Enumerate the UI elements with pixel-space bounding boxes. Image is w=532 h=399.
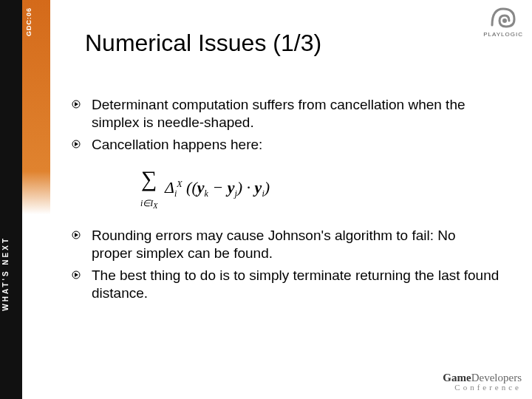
bullet-icon: [71, 100, 81, 109]
bullet-text: Rounding errors may cause Johnson's algo…: [92, 227, 499, 262]
bullet-icon: [71, 270, 81, 279]
playlogic-text: PLAYLOGIC: [483, 31, 523, 38]
bullet-item: Cancellation happens here:: [71, 136, 499, 154]
sidebar-gdc-label: GDC:06: [25, 7, 47, 36]
sidebar: WHAT'S NEXT GDC:06: [0, 0, 50, 399]
bullet-text: The best thing to do is to simply termin…: [92, 267, 499, 302]
playlogic-icon: [488, 4, 519, 30]
bullet-icon: [71, 140, 81, 149]
bullet-item: Determinant computation suffers from can…: [71, 96, 499, 132]
svg-point-0: [502, 18, 507, 23]
bullet-text: Determinant computation suffers from can…: [92, 96, 499, 132]
sidebar-black-strip: [0, 0, 22, 399]
playlogic-logo: PLAYLOGIC: [483, 4, 523, 38]
bullet-item: Rounding errors may cause Johnson's algo…: [71, 227, 499, 262]
sidebar-whats-next-label: WHAT'S NEXT: [1, 236, 21, 311]
gdc-dev-text: Developers: [471, 372, 522, 383]
gdc-logo: GameDevelopers Conference: [443, 371, 522, 392]
slide-title: Numerical Issues (1/3): [85, 30, 321, 57]
formula: ∑ i∈IX ΔiX ((yk − yj) · yi): [140, 166, 499, 211]
bullet-icon: [71, 231, 81, 239]
gdc-conf-text: Conference: [443, 383, 522, 392]
slide-content: Determinant computation suffers from can…: [71, 96, 499, 306]
bullet-item: The best thing to do is to simply termin…: [71, 267, 499, 302]
gdc-game-text: Game: [443, 372, 471, 383]
bullet-text: Cancellation happens here:: [92, 136, 262, 154]
